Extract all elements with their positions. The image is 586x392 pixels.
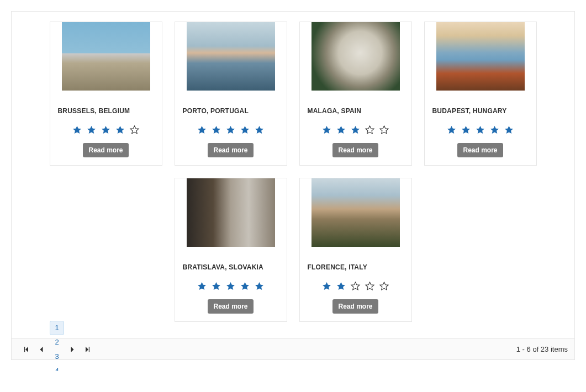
star-icon [461,125,471,135]
rating-stars[interactable] [72,125,140,135]
star-icon [197,281,207,292]
pager-prev-button[interactable] [34,342,49,357]
pager-pages: 1234 [49,321,65,372]
star-icon [86,125,97,135]
destination-title: BRUSSELS, BELGIUM [58,107,130,115]
star-icon [240,281,250,292]
destination-title: BUDAPEST, HUNGARY [432,107,507,115]
destination-card: BRATISLAVA, SLOVAKIARead more [175,178,287,323]
star-icon [489,125,500,135]
listview-panel: BRUSSELS, BELGIUMRead morePORTO, PORTUGA… [11,11,575,360]
rating-stars[interactable] [321,125,389,135]
bratislava-slovakia-image [187,178,275,247]
pager-last-button[interactable] [80,342,96,357]
star-icon [254,281,265,292]
pager-last-icon [85,346,91,353]
rating-stars[interactable] [197,125,265,135]
star-icon [72,125,82,135]
star-icon [365,281,375,292]
pager-controls: 1234 [18,321,96,372]
read-more-button[interactable]: Read more [457,143,503,157]
destination-title: BRATISLAVA, SLOVAKIA [183,263,263,271]
star-icon [254,125,265,135]
star-icon [129,125,140,135]
star-icon [321,125,332,135]
pager-page-2[interactable]: 2 [50,335,64,349]
star-icon [475,125,485,135]
destination-card: BRUSSELS, BELGIUMRead more [50,22,162,166]
star-icon [197,125,207,135]
pager-bar: 1234 1 - 6 of 23 items [12,338,574,359]
pager-next-button[interactable] [65,342,80,357]
destination-title: FLORENCE, ITALY [308,263,367,271]
rating-stars[interactable] [321,281,389,292]
destination-title: PORTO, PORTUGAL [183,107,249,115]
star-icon [379,125,389,135]
star-icon [446,125,457,135]
star-icon [350,281,361,292]
pager-page-3[interactable]: 3 [50,349,64,364]
star-icon [115,125,125,135]
porto-portugal-image [187,22,275,91]
read-more-button[interactable]: Read more [332,143,378,157]
brussels-belgium-image [62,22,150,91]
star-icon [211,125,221,135]
budapest-hungary-image [436,22,525,91]
pager-prev-icon [38,346,45,353]
read-more-button[interactable]: Read more [208,143,253,157]
florence-italy-image [312,178,400,247]
star-icon [365,125,375,135]
destination-card: MALAGA, SPAINRead more [299,22,412,166]
destination-card: BUDAPEST, HUNGARYRead more [424,22,537,166]
read-more-button[interactable]: Read more [208,299,253,314]
star-icon [321,281,332,292]
star-icon [225,125,236,135]
pager-page-1[interactable]: 1 [50,321,64,335]
pager-next-icon [69,346,76,353]
pager-first-icon [23,346,29,353]
star-icon [225,281,236,292]
star-icon [504,125,514,135]
star-icon [211,281,221,292]
pager-info-text: 1 - 6 of 23 items [516,345,568,353]
cards-grid: BRUSSELS, BELGIUMRead morePORTO, PORTUGA… [12,12,574,338]
star-icon [101,125,111,135]
star-icon [336,281,346,292]
pager-first-button[interactable] [18,342,34,357]
destination-title: MALAGA, SPAIN [308,107,362,115]
malaga-spain-image [312,22,400,91]
star-icon [379,281,389,292]
rating-stars[interactable] [197,281,265,292]
read-more-button[interactable]: Read more [332,299,378,314]
star-icon [350,125,361,135]
star-icon [240,125,250,135]
read-more-button[interactable]: Read more [83,143,128,157]
pager-page-4[interactable]: 4 [50,364,64,372]
rating-stars[interactable] [446,125,514,135]
star-icon [336,125,346,135]
destination-card: FLORENCE, ITALYRead more [299,178,412,323]
destination-card: PORTO, PORTUGALRead more [175,22,287,166]
